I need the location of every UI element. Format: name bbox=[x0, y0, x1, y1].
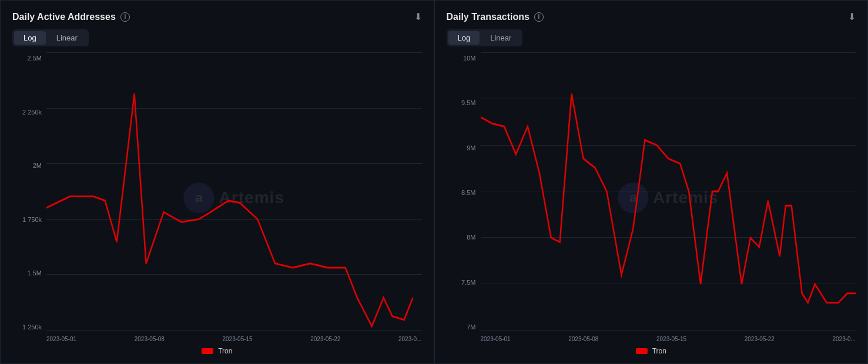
left-y-axis: 2.5M 2 250k 2M 1 750k 1.5M 1 250k bbox=[12, 52, 46, 343]
left-panel-header: Daily Active Addresses i ⬇ bbox=[12, 11, 422, 22]
left-x-label-5: 2023-0... bbox=[398, 336, 421, 342]
left-x-label-4: 2023-05-22 bbox=[310, 336, 340, 342]
right-y-axis: 10M 9.5M 9M 8.5M 8M 7.5M 7M bbox=[447, 52, 481, 343]
left-y-label-1: 2.5M bbox=[28, 55, 42, 62]
left-legend-color bbox=[202, 348, 213, 354]
right-toggle-group: Log Linear bbox=[447, 29, 523, 46]
right-line-chart bbox=[481, 52, 856, 331]
left-line-chart bbox=[46, 52, 422, 331]
right-linear-button[interactable]: Linear bbox=[481, 31, 521, 45]
right-x-label-2: 2023-05-08 bbox=[568, 336, 598, 342]
right-log-button[interactable]: Log bbox=[448, 31, 480, 45]
left-log-button[interactable]: Log bbox=[14, 31, 46, 45]
right-x-label-1: 2023-05-01 bbox=[481, 336, 511, 342]
left-legend-label: Tron bbox=[218, 347, 232, 355]
right-y-label-2: 9.5M bbox=[461, 99, 475, 106]
left-y-label-4: 1 750k bbox=[22, 216, 42, 223]
left-title-text: Daily Active Addresses bbox=[12, 12, 116, 22]
right-x-label-3: 2023-05-15 bbox=[656, 336, 686, 342]
right-x-label-5: 2023-0... bbox=[833, 336, 856, 342]
left-chart-panel: Daily Active Addresses i ⬇ Log Linear 2.… bbox=[0, 0, 434, 364]
left-linear-button[interactable]: Linear bbox=[47, 31, 87, 45]
left-y-label-5: 1.5M bbox=[28, 269, 42, 277]
left-y-label-3: 2M bbox=[33, 162, 42, 169]
left-x-label-1: 2023-05-01 bbox=[46, 336, 76, 342]
right-legend-color bbox=[636, 348, 648, 354]
left-legend: Tron bbox=[12, 347, 422, 355]
right-chart-line bbox=[481, 93, 856, 302]
left-chart-line bbox=[46, 93, 413, 326]
right-y-label-1: 10M bbox=[463, 55, 475, 62]
left-info-icon[interactable]: i bbox=[120, 12, 130, 22]
left-x-axis: 2023-05-01 2023-05-08 2023-05-15 2023-05… bbox=[46, 331, 422, 343]
left-x-label-3: 2023-05-15 bbox=[223, 336, 253, 342]
right-legend-label: Tron bbox=[652, 347, 666, 355]
left-download-icon[interactable]: ⬇ bbox=[414, 11, 422, 22]
right-chart-body: a Artemis 2023-05-01 2023-05-08 2023-05-… bbox=[481, 52, 856, 343]
right-y-label-3: 9M bbox=[467, 144, 475, 151]
right-y-label-6: 7.5M bbox=[461, 279, 475, 286]
right-chart-area: 10M 9.5M 9M 8.5M 8M 7.5M 7M a Artemis bbox=[447, 52, 856, 343]
right-x-label-4: 2023-05-22 bbox=[745, 336, 775, 342]
left-x-label-2: 2023-05-08 bbox=[135, 336, 165, 342]
right-x-axis: 2023-05-01 2023-05-08 2023-05-15 2023-05… bbox=[481, 331, 856, 343]
right-legend: Tron bbox=[447, 347, 856, 355]
right-title-text: Daily Transactions bbox=[447, 12, 529, 22]
right-info-icon[interactable]: i bbox=[534, 12, 544, 22]
right-panel-header: Daily Transactions i ⬇ bbox=[447, 11, 856, 22]
right-y-label-4: 8.5M bbox=[461, 189, 475, 196]
left-toggle-group: Log Linear bbox=[12, 29, 89, 46]
left-chart-area: 2.5M 2 250k 2M 1 750k 1.5M 1 250k a Arte… bbox=[12, 52, 422, 343]
left-y-label-2: 2 250k bbox=[22, 109, 42, 116]
right-chart-title: Daily Transactions i bbox=[447, 12, 544, 22]
right-y-label-5: 8M bbox=[467, 234, 475, 241]
left-chart-body: a Artemis 2023-05-01 2023-05-08 2023-05-… bbox=[46, 52, 422, 343]
right-chart-panel: Daily Transactions i ⬇ Log Linear 10M 9.… bbox=[434, 0, 869, 364]
left-y-label-6: 1 250k bbox=[22, 323, 42, 331]
right-y-label-7: 7M bbox=[467, 323, 475, 331]
right-download-icon[interactable]: ⬇ bbox=[848, 11, 856, 22]
left-chart-title: Daily Active Addresses i bbox=[12, 12, 130, 22]
